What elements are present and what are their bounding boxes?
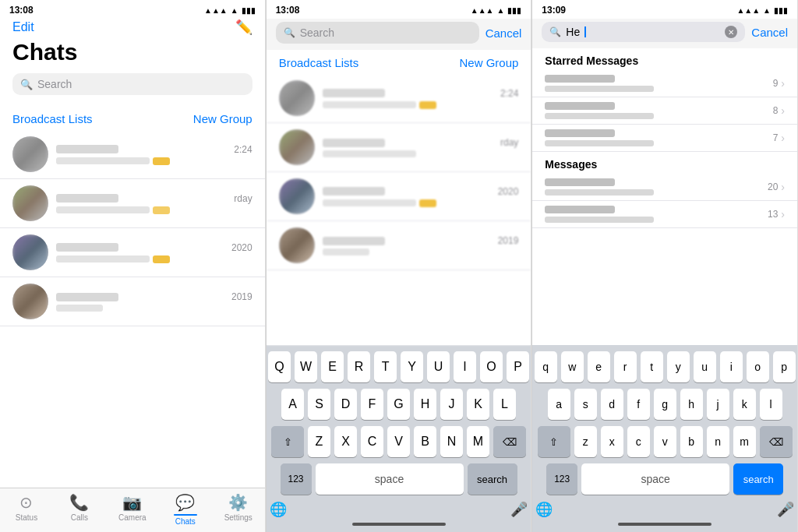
- key-f[interactable]: f: [627, 389, 650, 420]
- search-bar-1[interactable]: 🔍 Search: [12, 73, 252, 95]
- key-I[interactable]: I: [454, 351, 476, 382]
- key-N[interactable]: N: [440, 426, 463, 457]
- key-G[interactable]: G: [387, 389, 410, 420]
- key-J[interactable]: J: [440, 389, 463, 420]
- message-result-2[interactable]: 13 ›: [532, 201, 797, 228]
- starred-result-2[interactable]: 8 ›: [532, 97, 797, 125]
- key-y[interactable]: y: [667, 351, 690, 382]
- avatar-4: [12, 284, 48, 319]
- result-name-2: [545, 102, 615, 110]
- tab-settings[interactable]: ⚙️ Settings: [212, 493, 265, 526]
- msg-result-left-1: [545, 178, 768, 196]
- key-k[interactable]: k: [733, 389, 756, 420]
- tab-calls[interactable]: 📞 Calls: [53, 493, 106, 526]
- key-w[interactable]: w: [561, 351, 584, 382]
- key-P[interactable]: P: [507, 351, 529, 382]
- emoji-icon-3[interactable]: 🌐: [535, 501, 553, 518]
- new-group-2[interactable]: New Group: [459, 56, 518, 69]
- key-g[interactable]: g: [654, 389, 676, 420]
- key-o[interactable]: o: [747, 351, 769, 382]
- starred-result-3[interactable]: 7 ›: [532, 125, 797, 152]
- key-row-2: A S D F G H J K L: [270, 389, 528, 420]
- key-Y[interactable]: Y: [401, 351, 423, 382]
- key-b[interactable]: b: [680, 426, 703, 457]
- key-r[interactable]: r: [614, 351, 637, 382]
- key-E[interactable]: E: [321, 351, 344, 382]
- bg-chat-1: 2:24: [267, 74, 531, 123]
- broadcast-lists-2[interactable]: Broadcast Lists: [279, 56, 359, 69]
- mic-icon-2[interactable]: 🎤: [510, 501, 528, 518]
- key-L[interactable]: L: [493, 389, 516, 420]
- wifi-icon-3: ▲: [763, 6, 771, 15]
- shift-key-2[interactable]: ⇧: [271, 426, 304, 457]
- key-h[interactable]: h: [680, 389, 703, 420]
- search-key-3[interactable]: search: [733, 463, 783, 495]
- key-Q[interactable]: Q: [268, 351, 291, 382]
- emoji-icon-2[interactable]: 🌐: [270, 501, 287, 518]
- key-T[interactable]: T: [374, 351, 397, 382]
- key-X[interactable]: X: [334, 426, 357, 457]
- key-R[interactable]: R: [348, 351, 370, 382]
- key-S[interactable]: S: [308, 389, 330, 420]
- key-W[interactable]: W: [295, 351, 317, 382]
- edit-button[interactable]: Edit: [12, 20, 34, 34]
- backspace-key-3[interactable]: ⌫: [760, 426, 793, 457]
- backspace-key-2[interactable]: ⌫: [493, 426, 526, 457]
- key-l[interactable]: l: [760, 389, 782, 420]
- message-result-1[interactable]: 20 ›: [532, 174, 797, 201]
- cancel-button-3[interactable]: Cancel: [751, 26, 788, 39]
- key-m[interactable]: m: [733, 426, 756, 457]
- key-D[interactable]: D: [334, 389, 357, 420]
- new-group-button-1[interactable]: New Group: [193, 112, 252, 125]
- compose-icon[interactable]: ✏️: [235, 19, 252, 36]
- key-F[interactable]: F: [361, 389, 383, 420]
- numbers-key-2[interactable]: 123: [281, 463, 312, 495]
- cancel-button-2[interactable]: Cancel: [486, 26, 522, 40]
- key-U[interactable]: U: [427, 351, 450, 382]
- key-x[interactable]: x: [601, 426, 623, 457]
- key-v[interactable]: v: [654, 426, 676, 457]
- key-a[interactable]: a: [548, 389, 570, 420]
- key-p[interactable]: p: [773, 351, 796, 382]
- key-s[interactable]: s: [574, 389, 597, 420]
- tab-chats[interactable]: 💬 Chats: [159, 493, 212, 526]
- key-O[interactable]: O: [480, 351, 503, 382]
- key-A[interactable]: A: [281, 389, 304, 420]
- search-field-3[interactable]: 🔍 He ✕: [542, 22, 745, 42]
- key-u[interactable]: u: [694, 351, 716, 382]
- chat-item-3[interactable]: 2020: [0, 228, 265, 277]
- key-M[interactable]: M: [467, 426, 489, 457]
- chat-item-2[interactable]: rday: [0, 179, 265, 228]
- tab-status[interactable]: ⊙ Status: [0, 493, 53, 526]
- search-field-2[interactable]: 🔍 Search: [276, 22, 479, 44]
- key-C[interactable]: C: [361, 426, 383, 457]
- space-key-3[interactable]: space: [581, 463, 729, 495]
- broadcast-lists-link-1[interactable]: Broadcast Lists: [12, 112, 93, 125]
- tab-camera[interactable]: 📷 Camera: [106, 493, 159, 526]
- starred-result-1[interactable]: 9 ›: [532, 70, 797, 97]
- key-q[interactable]: q: [535, 351, 557, 382]
- key-K[interactable]: K: [467, 389, 489, 420]
- key-e[interactable]: e: [588, 351, 610, 382]
- search-key-2[interactable]: search: [468, 463, 517, 495]
- chat-item-1[interactable]: 2:24: [0, 130, 265, 179]
- key-B[interactable]: B: [414, 426, 436, 457]
- key-d[interactable]: d: [601, 389, 623, 420]
- key-bottom-row: 123 space search: [270, 463, 528, 495]
- numbers-key-3[interactable]: 123: [546, 463, 577, 495]
- key-c[interactable]: c: [627, 426, 650, 457]
- key-z[interactable]: z: [574, 426, 597, 457]
- key-t[interactable]: t: [641, 351, 663, 382]
- key-H[interactable]: H: [414, 389, 436, 420]
- chat-item-4[interactable]: 2019: [0, 277, 265, 326]
- space-key-2[interactable]: space: [316, 463, 464, 495]
- mic-icon-3[interactable]: 🎤: [777, 501, 794, 518]
- shift-key-3[interactable]: ⇧: [538, 426, 570, 457]
- key-Z[interactable]: Z: [308, 426, 330, 457]
- key-n[interactable]: n: [707, 426, 729, 457]
- clear-search-button[interactable]: ✕: [725, 26, 737, 38]
- key-j[interactable]: j: [707, 389, 729, 420]
- home-indicator-3: [618, 523, 711, 526]
- key-i[interactable]: i: [720, 351, 743, 382]
- key-V[interactable]: V: [387, 426, 410, 457]
